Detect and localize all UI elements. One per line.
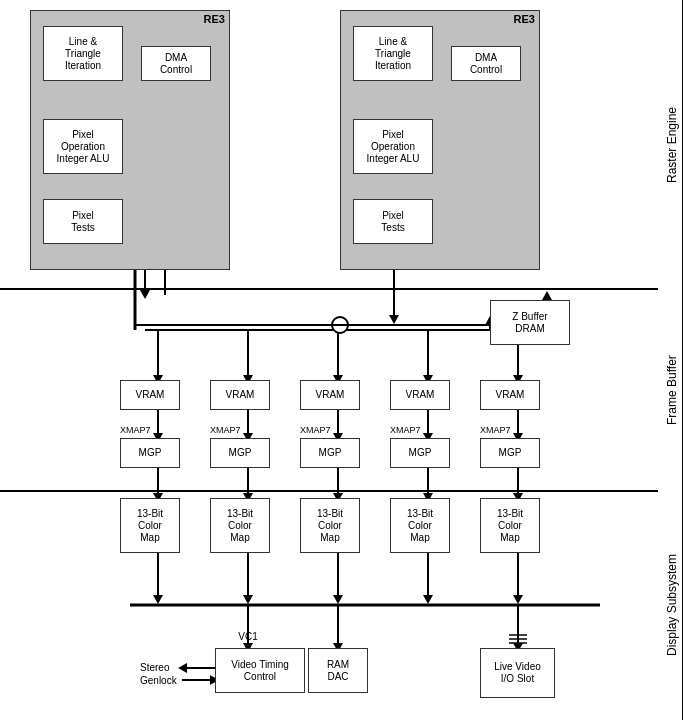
svg-marker-11 xyxy=(140,290,150,299)
raster-engine-label: Raster Engine xyxy=(661,0,683,290)
video-timing-box: Video Timing Control xyxy=(215,648,305,693)
genlock-label: Genlock xyxy=(140,675,177,686)
mgp-box-5: MGP xyxy=(480,438,540,468)
frame-buffer-label: Frame Buffer xyxy=(661,290,683,490)
vram-box-5: VRAM xyxy=(480,380,540,410)
dma-control-box-1: DMA Control xyxy=(141,46,211,81)
svg-marker-59 xyxy=(423,595,433,604)
color-map-box-1: 13-Bit Color Map xyxy=(120,498,180,553)
re3-label-1: RE3 xyxy=(204,13,225,25)
pixel-tests-box-2: Pixel Tests xyxy=(353,199,433,244)
svg-point-76 xyxy=(332,317,348,333)
pixel-op-box-1: Pixel Operation Integer ALU xyxy=(43,119,123,174)
vram-box-2: VRAM xyxy=(210,380,270,410)
svg-marker-15 xyxy=(389,315,399,324)
vram-box-3: VRAM xyxy=(300,380,360,410)
raster-frame-divider xyxy=(0,288,658,290)
xmap7-label-4: XMAP7 xyxy=(390,425,421,435)
color-map-box-3: 13-Bit Color Map xyxy=(300,498,360,553)
mgp-box-2: MGP xyxy=(210,438,270,468)
svg-marker-70 xyxy=(178,663,187,673)
color-map-box-5: 13-Bit Color Map xyxy=(480,498,540,553)
xmap7-label-5: XMAP7 xyxy=(480,425,511,435)
line-triangle-box-1: Line & Triangle Iteration xyxy=(43,26,123,81)
mgp-box-4: MGP xyxy=(390,438,450,468)
pixel-op-box-2: Pixel Operation Integer ALU xyxy=(353,119,433,174)
line-triangle-box-2: Line & Triangle Iteration xyxy=(353,26,433,81)
display-subsystem-label: Display Subsystem xyxy=(661,490,683,720)
re3-box-1: RE3 Line & Triangle Iteration DMA Contro… xyxy=(30,10,230,270)
re3-box-2: RE3 Line & Triangle Iteration DMA Contro… xyxy=(340,10,540,270)
stereo-label: Stereo xyxy=(140,662,169,673)
svg-marker-57 xyxy=(333,595,343,604)
color-map-box-4: 13-Bit Color Map xyxy=(390,498,450,553)
svg-marker-55 xyxy=(243,595,253,604)
dma-control-box-2: DMA Control xyxy=(451,46,521,81)
vram-box-1: VRAM xyxy=(120,380,180,410)
pixel-tests-box-1: Pixel Tests xyxy=(43,199,123,244)
ram-dac-box: RAM DAC xyxy=(308,648,368,693)
diagram-container: VC1 RE3 Line & Triangle Iteration DMA Co… xyxy=(0,0,683,723)
xmap7-label-2: XMAP7 xyxy=(210,425,241,435)
vram-box-4: VRAM xyxy=(390,380,450,410)
xmap7-label-3: XMAP7 xyxy=(300,425,331,435)
re3-label-2: RE3 xyxy=(514,13,535,25)
mgp-box-1: MGP xyxy=(120,438,180,468)
svg-marker-19 xyxy=(542,291,552,300)
live-video-box: Live Video I/O Slot xyxy=(480,648,555,698)
svg-text:VC1: VC1 xyxy=(238,631,258,642)
svg-marker-53 xyxy=(153,595,163,604)
z-buffer-box: Z Buffer DRAM xyxy=(490,300,570,345)
frame-display-divider xyxy=(0,490,658,492)
xmap7-label-1: XMAP7 xyxy=(120,425,151,435)
color-map-box-2: 13-Bit Color Map xyxy=(210,498,270,553)
mgp-box-3: MGP xyxy=(300,438,360,468)
svg-marker-61 xyxy=(513,595,523,604)
